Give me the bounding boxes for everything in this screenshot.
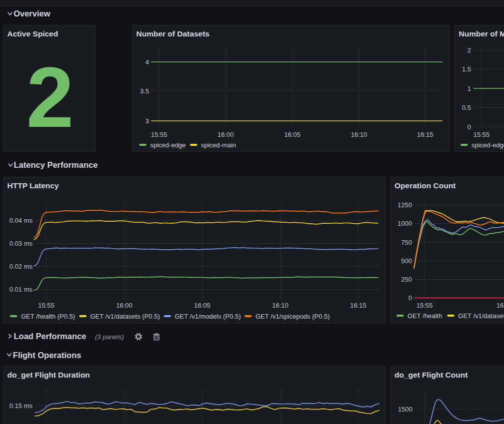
svg-text:(3 panels): (3 panels) — [95, 333, 124, 341]
svg-text:Load Performance: Load Performance — [14, 332, 86, 341]
svg-text:Overview: Overview — [14, 9, 50, 18]
svg-text:Flight Operations: Flight Operations — [13, 351, 82, 360]
svg-text:Latency Performance: Latency Performance — [14, 160, 98, 169]
